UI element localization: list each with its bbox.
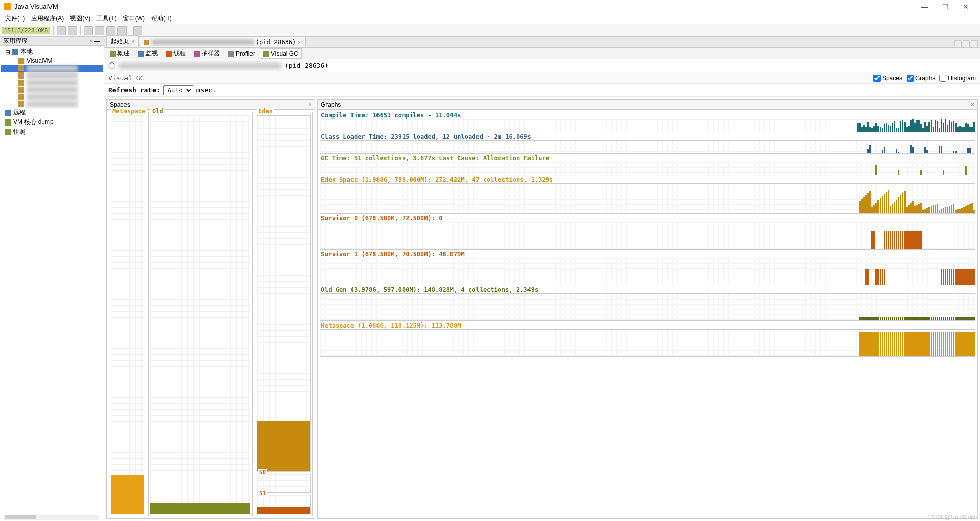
s0-label: Survivor 0 (678.500M, 72.500M): 0 <box>320 215 975 222</box>
view-tabs: 概述 监视 线程 抽样器 Profiler Visual GC <box>104 48 980 59</box>
gctime-chart <box>320 162 975 175</box>
menu-file[interactable]: 文件(F) <box>2 13 28 24</box>
toolbar-btn-6[interactable] <box>117 26 127 35</box>
tab-threads[interactable]: 线程 <box>162 47 189 59</box>
java-icon <box>18 65 24 71</box>
menu-window[interactable]: 窗口(W) <box>120 13 148 24</box>
checkbox-graphs[interactable]: Graphs <box>907 75 935 82</box>
toolbar-btn-7[interactable] <box>133 26 142 35</box>
tab-start[interactable]: 起始页× <box>106 35 139 47</box>
tree-local[interactable]: ⊟本地 <box>1 47 103 57</box>
tab-monitor[interactable]: 监视 <box>134 47 161 59</box>
tree-app-selected[interactable] <box>1 65 103 72</box>
menu-apps[interactable]: 应用程序(A) <box>28 13 67 24</box>
toolbar-btn-2[interactable] <box>68 26 77 35</box>
refresh-select[interactable]: Auto <box>163 85 193 95</box>
visualgc-title: Visual GC <box>108 74 144 82</box>
sidebar-tab[interactable]: 应用程序×— <box>0 37 104 46</box>
main: 起始页× (pid 28636)× 概述 监视 线程 抽样器 Profiler … <box>104 37 980 521</box>
sidebar-scrollbar[interactable] <box>4 515 99 520</box>
threads-icon <box>166 51 172 57</box>
overview-icon <box>110 51 116 57</box>
sidebar-tab-close-icon[interactable]: × <box>89 38 92 44</box>
spaces-panel: Spaces× Metaspace Old Eden S0 S1 <box>106 99 315 519</box>
old-column: Old <box>148 112 253 516</box>
tree-app-6[interactable] <box>1 101 103 108</box>
eden-label: Eden Space (1.988G, 788.000M): 272.422M,… <box>320 176 975 183</box>
tree-app-3[interactable] <box>1 79 103 86</box>
expand-icon: ⊟ <box>5 48 10 56</box>
loading-icon <box>108 62 115 69</box>
close-icon[interactable]: × <box>308 101 312 108</box>
tab-nav <box>954 40 980 47</box>
nav-list-icon[interactable] <box>971 40 978 47</box>
document-tabs: 起始页× (pid 28636)× <box>104 37 980 48</box>
spaces-title: Spaces <box>110 101 130 108</box>
nav-next-icon[interactable] <box>963 40 970 47</box>
tab-visualgc[interactable]: Visual GC <box>260 48 302 59</box>
sidebar: 应用程序×— ⊟本地 VisualVM 远程 VM 核心 dump 快照 <box>0 37 104 521</box>
app-icon <box>4 3 11 10</box>
tab-sampler[interactable]: 抽样器 <box>190 47 223 59</box>
toolbar-btn-4[interactable] <box>95 26 104 35</box>
tree-snapshot[interactable]: 快照 <box>1 127 103 137</box>
profiler-icon <box>228 51 234 57</box>
s1-chart <box>320 258 975 285</box>
tree-coredump[interactable]: VM 核心 dump <box>1 117 103 127</box>
classloader-chart <box>320 140 975 154</box>
remote-icon <box>5 110 11 116</box>
tab-profiler[interactable]: Profiler <box>224 48 259 59</box>
host-icon <box>12 49 18 55</box>
close-icon[interactable]: × <box>298 40 301 45</box>
toolbar-btn-3[interactable] <box>84 26 93 35</box>
tree-app-5[interactable] <box>1 93 103 101</box>
menu-view[interactable]: 视图(V) <box>67 13 93 24</box>
nav-prev-icon[interactable] <box>954 40 962 47</box>
java-icon <box>18 72 24 79</box>
close-icon[interactable]: × <box>971 101 974 108</box>
java-icon <box>18 80 24 86</box>
graphs-title: Graphs <box>321 101 341 108</box>
pid-label: (pid 28636) <box>285 62 329 69</box>
menu-help[interactable]: 帮助(H) <box>148 13 175 24</box>
pid-row: (pid 28636) <box>104 59 980 72</box>
minimize-button[interactable]: — <box>915 3 935 11</box>
sidebar-tab-min-icon[interactable]: — <box>94 38 100 45</box>
sampler-icon <box>194 51 200 57</box>
dump-icon <box>5 119 11 126</box>
eden-chart <box>320 183 975 214</box>
compile-label: Compile Time: 16651 compiles - 11.044s <box>320 112 975 119</box>
tree-app-4[interactable] <box>1 86 103 93</box>
visualgc-header: Visual GC Spaces Graphs Histogram <box>104 72 980 84</box>
refresh-unit: msec. <box>196 86 216 94</box>
eden-column: Eden S0 S1 <box>255 112 313 516</box>
toolbar-btn-5[interactable] <box>106 26 115 35</box>
checkbox-spaces[interactable]: Spaces <box>873 75 902 82</box>
tree-remote[interactable]: 远程 <box>1 108 103 117</box>
monitor-icon <box>138 51 144 57</box>
java-icon <box>18 87 24 93</box>
visualgc-icon <box>263 51 269 57</box>
metaspace-label: Metaspace (1.088G, 118.125M): 113.788M <box>320 322 975 329</box>
java-icon <box>18 101 24 107</box>
menu-tools[interactable]: 工具(T) <box>93 13 119 24</box>
tree-app-2[interactable] <box>1 72 103 79</box>
s1-label: Survivor 1 (678.500M, 70.500M): 48.079M <box>320 251 975 258</box>
toolbar-btn-1[interactable] <box>57 26 66 35</box>
tab-overview[interactable]: 概述 <box>106 47 133 59</box>
refresh-row: Refresh rate: Auto msec. <box>104 84 980 97</box>
gctime-label: GC Time: 51 collections, 3.677s Last Cau… <box>320 155 975 162</box>
tab-app[interactable]: (pid 28636)× <box>140 37 306 47</box>
close-icon[interactable]: × <box>131 39 134 44</box>
menubar: 文件(F) 应用程序(A) 视图(V) 工具(T) 窗口(W) 帮助(H) <box>0 13 980 24</box>
titlebar: Java VisualVM — ☐ ✕ <box>0 0 980 13</box>
app-tree: ⊟本地 VisualVM 远程 VM 核心 dump 快照 <box>0 46 104 514</box>
close-button[interactable]: ✕ <box>956 3 976 11</box>
memory-label: 151.3/228.0MB <box>2 27 50 34</box>
maximize-button[interactable]: ☐ <box>935 3 956 11</box>
java-icon <box>18 58 24 64</box>
tree-visualvm[interactable]: VisualVM <box>1 57 103 65</box>
checkbox-histogram[interactable]: Histogram <box>939 75 976 82</box>
metaspace-chart <box>320 329 975 357</box>
watermark: CSDN @CmdSmith <box>927 514 977 520</box>
